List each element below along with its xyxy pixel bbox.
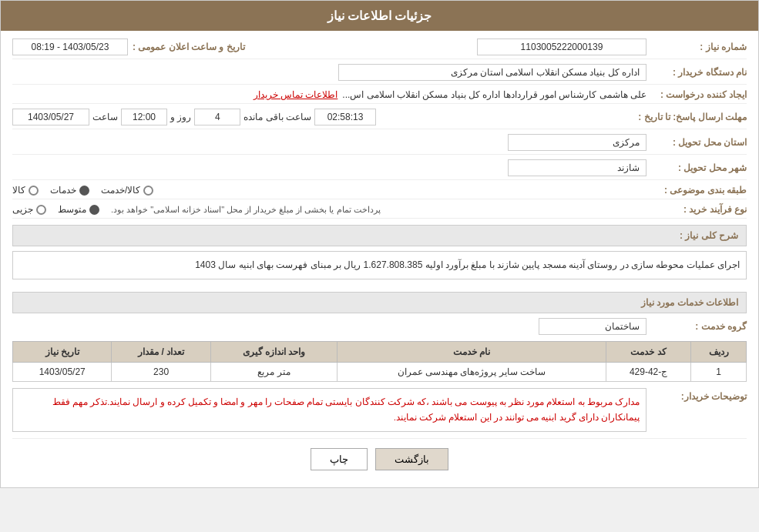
back-button[interactable]: بازگشت [375, 448, 448, 470]
service-group-value: ساختمان [539, 318, 646, 335]
remaining-time: 02:58:13 [314, 109, 376, 125]
col-vahed: واحد اندازه گیری [210, 342, 337, 363]
time-value: 12:00 [121, 109, 167, 125]
tarikh-aelan-value: 1403/05/23 - 08:19 [12, 38, 128, 55]
shomareNiaz-row: شماره نیاز : 1103005222000139 تاریخ و سا… [12, 38, 747, 59]
process-motavaset[interactable]: متوسط [58, 204, 99, 215]
cell-tarikh: 1403/05/27 [13, 363, 112, 382]
process-jozii[interactable]: جزیی [12, 204, 46, 215]
contact-link[interactable]: اطلاعات تماس خریدار [254, 89, 338, 100]
buyer-notes-label: توضیحات خریدار: [646, 388, 747, 402]
sharh-section-title: شرح کلی نیاز : [12, 225, 747, 246]
page-header: جزئیات اطلاعات نیاز [1, 1, 758, 31]
ijadKonande-row: ایجاد کننده درخواست : علی هاشمی کارشناس … [12, 89, 747, 104]
radio-circle-motavaset [89, 205, 99, 215]
shahrTahvil-row: شهر محل تحویل : شازند [12, 159, 747, 180]
shomareNiaz-value: 1103005222000139 [260, 38, 646, 55]
radio-circle-kala [29, 186, 39, 196]
date-value: 1403/05/27 [12, 109, 89, 125]
action-buttons: بازگشت چاپ [12, 438, 747, 480]
noefarayand-value: پرداخت تمام یا بخشی از مبلغ خریدار از مح… [12, 204, 646, 215]
tabaqeh-row: طبقه بندی موضوعی : کالا/خدمت خدمات کالا [12, 185, 747, 199]
ostanTahvil-label: استان محل تحویل : [646, 137, 747, 148]
services-table: ردیف کد خدمت نام خدمت واحد اندازه گیری ت… [12, 341, 747, 382]
radio-circle-jozii [36, 205, 46, 215]
cell-radif: 1 [691, 363, 747, 382]
ijadKonande-label: ایجاد کننده درخواست : [646, 89, 747, 100]
tabaqeh-label: طبقه بندی موضوعی : [646, 185, 747, 196]
noefarayand-row: نوع فرآیند خرید : پرداخت تمام یا بخشی از… [12, 204, 747, 219]
service-section-title: اطلاعات خدمات مورد نیاز [12, 292, 747, 313]
header-title: جزئیات اطلاعات نیاز [327, 9, 432, 22]
namdastgah-row: نام دستگاه خریدار : اداره کل بنیاد مسکن … [12, 64, 747, 85]
namdastgah-value: اداره کل بنیاد مسکن انقلاب اسلامی استان … [12, 64, 646, 81]
shahrTahvil-label: شهر محل تحویل : [646, 162, 747, 173]
col-tarikh: تاریخ نیاز [13, 342, 112, 363]
tarikh-aelan-label: تاریخ و ساعت اعلان عمومی : [133, 42, 245, 52]
ijadKonande-value: علی هاشمی کارشناس امور قراردادها اداره ک… [12, 89, 646, 100]
cell-kod: ج-42-429 [606, 363, 691, 382]
col-name: نام خدمت [338, 342, 606, 363]
table-row: 1 ج-42-429 ساخت سایر پروژه‌های مهندسی عم… [13, 363, 747, 382]
radio-circle-khadamat [79, 186, 89, 196]
ostanTahvil-row: استان محل تحویل : مرکزی [12, 134, 747, 155]
buyer-notes-row: توضیحات خریدار: مدارک مربوط به استعلام م… [12, 388, 747, 432]
service-group-row: گروه خدمت : ساختمان [12, 318, 747, 335]
process-note: پرداخت تمام یا بخشی از مبلغ خریدار از مح… [111, 205, 381, 215]
days-value: 4 [194, 109, 240, 125]
mohlat-value: 02:58:13 ساعت باقی مانده 4 روز و 12:00 س… [12, 109, 632, 125]
print-button[interactable]: چاپ [311, 448, 368, 470]
noefarayand-label: نوع فرآیند خرید : [646, 204, 747, 215]
radio-khadamat[interactable]: خدمات [50, 185, 89, 196]
service-group-label: گروه خدمت : [646, 321, 747, 332]
cell-name: ساخت سایر پروژه‌های مهندسی عمران [338, 363, 606, 382]
radio-kala[interactable]: کالا [12, 185, 39, 196]
buyer-notes-text: مدارک مربوط به استعلام مورد نظر به پیوست… [12, 388, 646, 432]
shahrTahvil-value: شازند [12, 159, 646, 176]
cell-vahed: متر مربع [210, 363, 337, 382]
mohlat-label: مهلت ارسال پاسخ: تا تاریخ : [632, 112, 747, 122]
tabaqeh-value: کالا/خدمت خدمات کالا [12, 185, 646, 196]
namdastgah-label: نام دستگاه خریدار : [646, 67, 747, 78]
ostanTahvil-value: مرکزی [12, 134, 646, 151]
col-kod: کد خدمت [606, 342, 691, 363]
shomareNiaz-label: شماره نیاز : [646, 42, 747, 52]
col-tedad: تعداد / مقدار [112, 342, 210, 363]
sharh-text: اجرای عملیات محوطه سازی در روستای آدینه … [12, 251, 747, 279]
col-radif: ردیف [691, 342, 747, 363]
cell-tedad: 230 [112, 363, 210, 382]
mohlat-row: مهلت ارسال پاسخ: تا تاریخ : 02:58:13 ساع… [12, 109, 747, 129]
radio-kala-khadamat[interactable]: کالا/خدمت [101, 185, 153, 196]
radio-circle-kala-khadamat [143, 186, 153, 196]
